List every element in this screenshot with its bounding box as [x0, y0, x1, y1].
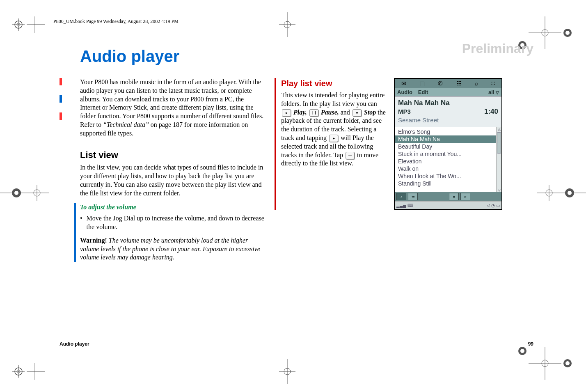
view-list-button[interactable]: ≔	[408, 193, 418, 200]
control-bar: ♪ ≔ ■ ▸	[395, 192, 501, 201]
playlist-item[interactable]: When I look at The Wo...	[395, 172, 496, 180]
warning-paragraph: Warning! The volume may be uncomfortably…	[80, 236, 265, 262]
book-header: P800_UM.book Page 99 Wednesday, August 2…	[53, 18, 533, 25]
footer-page-number: 99	[528, 341, 533, 347]
search-icon[interactable]: ⌕	[475, 80, 478, 87]
volume-bullet: • Move the Jog Dial up to increase the v…	[80, 214, 265, 232]
crop-mark-bl	[12, 363, 45, 380]
heading-play-list-view: Play list view	[281, 78, 386, 89]
play-button[interactable]: ▸	[460, 193, 470, 200]
footer: Audio player 99	[60, 341, 533, 347]
playlist-item[interactable]: Elevation	[395, 158, 496, 165]
heading-list-view: List view	[80, 149, 265, 161]
clock-icon: ◔	[491, 203, 495, 208]
menu-edit[interactable]: Edit	[418, 89, 428, 95]
crop-mark-bc	[279, 359, 295, 384]
phone-mockup: ✉ ◫ ✆ ☷ ⌕ ∷ Audio Edit	[394, 78, 502, 210]
playlist-item[interactable]: Elmo's Song	[395, 128, 496, 135]
keyboard-icon[interactable]: ⌨	[407, 203, 413, 208]
phone-bottombar: ▂▃▅ ⌨ ◁ ◔ ▭	[395, 201, 501, 209]
playlist-item[interactable]: Beautiful Day	[395, 143, 496, 150]
view-nowplaying-button[interactable]: ♪	[396, 193, 406, 200]
np-title: Mah Na Mah Na	[398, 99, 498, 107]
playlist-item[interactable]: Stuck in a moment You...	[395, 150, 496, 158]
scroll-up-icon[interactable]: △	[497, 127, 501, 131]
mail-icon[interactable]: ✉	[401, 80, 406, 87]
playlist-item[interactable]: Standing Still	[395, 180, 496, 187]
now-playing-panel: Mah Na Mah Na MP3 1:40 Sesame Street	[395, 96, 501, 127]
list-view-paragraph: In the list view, you can decide what ty…	[80, 163, 265, 197]
playlist: Elmo's SongMah Na Mah NaBeautiful DayStu…	[395, 127, 501, 192]
playlist-item[interactable]: Mah Na Mah Na	[395, 135, 496, 143]
np-duration: 1:40	[484, 108, 498, 116]
heading-adjust-volume: To adjust the volume	[80, 203, 265, 212]
footer-section: Audio player	[60, 341, 89, 347]
calendar-icon[interactable]: ☷	[456, 80, 462, 87]
signal-icon: ▂▃▅	[396, 203, 406, 208]
np-artist: Sesame Street	[398, 117, 498, 124]
stop-icon: ■	[353, 109, 362, 117]
play-icon-inline: ▸	[329, 135, 338, 142]
intro-paragraph: Your P800 has mobile music in the form o…	[80, 78, 265, 138]
playlist-item[interactable]: Walk on	[395, 165, 496, 172]
pause-icon: ❙❙	[309, 109, 318, 117]
crop-mark-tl	[12, 16, 45, 33]
stop-button[interactable]: ■	[449, 193, 459, 200]
svg-point-10	[565, 31, 570, 35]
dropdown-icon: ▽	[496, 90, 499, 95]
playlist-paragraph: This view is intended for playing entire…	[281, 91, 386, 168]
accent-bars	[60, 78, 62, 130]
menu-folder-selector[interactable]: all ▽	[488, 89, 499, 95]
menu-audio[interactable]: Audio	[397, 89, 412, 95]
phone-menubar: Audio Edit all ▽	[395, 88, 501, 96]
svg-point-23	[565, 361, 570, 365]
battery-icon: ▭	[496, 203, 500, 208]
svg-point-35	[568, 191, 572, 195]
scroll-down-icon[interactable]: ▽	[497, 188, 501, 192]
speaker-icon[interactable]: ◁	[487, 203, 490, 208]
phone-statusbar: ✉ ◫ ✆ ☷ ⌕ ∷	[395, 79, 501, 88]
np-format: MP3	[398, 108, 411, 115]
scroll-thumb[interactable]	[497, 132, 501, 154]
scrollbar[interactable]: △ ▽	[496, 127, 501, 192]
apps-icon[interactable]: ∷	[491, 80, 495, 87]
play-icon: ▸	[282, 109, 291, 117]
phone-icon[interactable]: ✆	[438, 80, 443, 87]
crop-mark-ml	[0, 185, 49, 201]
crop-mark-mr	[537, 185, 586, 201]
preliminary-watermark: Preliminary	[462, 41, 533, 56]
book-icon[interactable]: ◫	[419, 80, 425, 87]
svg-point-30	[14, 191, 18, 195]
list-icon: ≔	[346, 152, 355, 159]
